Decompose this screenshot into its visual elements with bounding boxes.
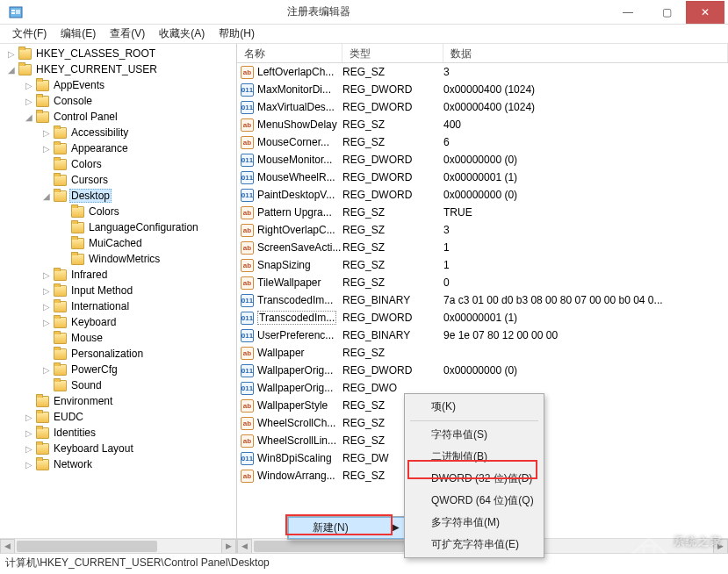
expand-icon[interactable]: ▷ <box>40 128 53 138</box>
tree-item[interactable]: Colors <box>87 205 121 218</box>
tree-item[interactable]: Appearance <box>69 142 130 154</box>
menu-favorites[interactable]: 收藏夹(A) <box>152 25 212 43</box>
table-row[interactable]: abPattern Upgra...REG_SZTRUE <box>237 204 728 221</box>
reg-bin-icon: 011 <box>241 83 254 97</box>
table-row[interactable]: abMouseCorner...REG_SZ6 <box>237 133 728 151</box>
menu-file[interactable]: 文件(F) <box>5 25 54 43</box>
tree-pane[interactable]: ▷HKEY_CLASSES_ROOT ◢HKEY_CURRENT_USER ▷A… <box>0 44 237 553</box>
column-type[interactable]: 类型 <box>342 44 443 62</box>
menu-item-expandstring[interactable]: 可扩充字符串值(E) <box>407 534 542 556</box>
table-row[interactable]: abSnapSizingREG_SZ1 <box>237 256 728 274</box>
table-row[interactable]: abWallpaperREG_SZ <box>237 344 728 362</box>
column-name[interactable]: 名称 <box>237 44 342 62</box>
expand-icon[interactable]: ▷ <box>23 460 35 470</box>
table-row[interactable]: 011WallpaperOrig...REG_DWORD0x00000000 (… <box>237 362 728 379</box>
expand-icon[interactable]: ▷ <box>23 413 35 422</box>
reg-sz-icon: ab <box>241 259 254 272</box>
table-row[interactable]: abScreenSaveActi...REG_SZ1 <box>237 239 728 256</box>
window-title: 注册表编辑器 <box>28 4 609 19</box>
tree-item[interactable]: Colors <box>69 158 104 170</box>
menu-item-new[interactable]: 新建(N)▶ <box>288 517 406 539</box>
tree-item[interactable]: Sound <box>69 379 104 391</box>
maximize-button[interactable]: ▢ <box>647 1 686 24</box>
tree-item[interactable]: AppEvents <box>52 79 106 91</box>
tree-item[interactable]: Accessibility <box>69 126 130 139</box>
collapse-icon[interactable]: ◢ <box>5 65 18 75</box>
tree-item[interactable]: International <box>69 300 131 312</box>
table-row[interactable]: 011UserPreferenc...REG_BINARY9e 1e 07 80… <box>237 326 728 344</box>
scroll-right-icon[interactable]: ▶ <box>221 539 236 554</box>
tree-item[interactable]: EUDC <box>52 411 85 423</box>
collapse-icon[interactable]: ◢ <box>23 112 35 122</box>
tree-item[interactable]: Mouse <box>69 332 105 344</box>
menu-item-string[interactable]: 字符串值(S) <box>407 424 542 446</box>
expand-icon[interactable]: ▷ <box>40 318 53 327</box>
menu-item-binary[interactable]: 二进制值(B) <box>407 446 542 468</box>
tree-item[interactable]: Console <box>52 95 94 107</box>
table-row[interactable]: abLeftOverlapCh...REG_SZ3 <box>237 63 728 81</box>
reg-sz-icon: ab <box>241 118 254 132</box>
collapse-icon[interactable]: ◢ <box>40 191 53 201</box>
expand-icon[interactable]: ▷ <box>40 144 53 154</box>
expand-icon[interactable]: ▷ <box>23 444 35 454</box>
context-menu-new[interactable]: 新建(N)▶ <box>287 516 407 540</box>
menu-view[interactable]: 查看(V) <box>103 25 152 43</box>
tree-item-desktop[interactable]: Desktop <box>69 189 112 203</box>
tree-item[interactable]: Network <box>52 458 94 470</box>
tree-item[interactable]: LanguageConfiguration <box>87 221 200 233</box>
menu-item-key[interactable]: 项(K) <box>407 396 542 418</box>
context-submenu-new[interactable]: 项(K) 字符串值(S) 二进制值(B) DWORD (32 位)值(D) QW… <box>404 393 544 558</box>
close-button[interactable]: ✕ <box>686 1 724 24</box>
minimize-button[interactable]: — <box>609 1 647 24</box>
value-type: REG_DWORD <box>342 312 443 324</box>
value-name: WindowArrang... <box>257 470 335 482</box>
expand-icon[interactable]: ▷ <box>40 302 53 312</box>
tree-item[interactable]: Infrared <box>69 269 109 281</box>
scroll-left-icon[interactable]: ◀ <box>0 539 15 554</box>
expand-icon[interactable]: ▷ <box>23 428 35 438</box>
expand-icon[interactable]: ▷ <box>23 97 35 106</box>
tree-hkcr[interactable]: HKEY_CLASSES_ROOT <box>34 47 157 60</box>
scroll-right-icon[interactable]: ▶ <box>713 539 728 554</box>
tree-item[interactable]: Control Panel <box>52 111 119 123</box>
table-row[interactable]: 011MaxMonitorDi...REG_DWORD0x00000400 (1… <box>237 81 728 98</box>
column-data[interactable]: 数据 <box>443 44 728 62</box>
table-row[interactable]: 011MaxVirtualDes...REG_DWORD0x00000400 (… <box>237 98 728 116</box>
tree-item[interactable]: WindowMetrics <box>87 253 162 265</box>
tree-item[interactable]: Cursors <box>69 174 110 186</box>
tree-item[interactable]: MuiCached <box>87 237 144 249</box>
reg-sz-icon: ab <box>241 417 254 430</box>
tree-hscrollbar[interactable]: ◀ ▶ <box>0 538 236 553</box>
tree-item[interactable]: PowerCfg <box>69 363 119 376</box>
table-row[interactable]: abMenuShowDelayREG_SZ400 <box>237 116 728 133</box>
expand-icon[interactable]: ▷ <box>40 286 53 296</box>
menu-edit[interactable]: 编辑(E) <box>54 25 103 43</box>
folder-icon <box>54 317 67 328</box>
table-row[interactable]: 011TranscodedIm...REG_DWORD0x00000001 (1… <box>237 309 728 326</box>
expand-icon[interactable]: ▷ <box>23 81 35 90</box>
table-row[interactable]: abRightOverlapC...REG_SZ3 <box>237 221 728 239</box>
tree-item[interactable]: Keyboard Layout <box>52 442 135 455</box>
tree-item[interactable]: Identities <box>52 427 97 439</box>
tree-item[interactable]: Keyboard <box>69 316 118 328</box>
menu-help[interactable]: 帮助(H) <box>212 25 262 43</box>
tree-item[interactable]: Input Method <box>69 284 134 297</box>
table-row[interactable]: 011PaintDesktopV...REG_DWORD0x00000000 (… <box>237 186 728 204</box>
table-row[interactable]: abTileWallpaperREG_SZ0 <box>237 274 728 291</box>
value-name: TileWallpaper <box>257 276 321 289</box>
menu-item-dword[interactable]: DWORD (32 位)值(D) <box>407 468 542 490</box>
tree-item[interactable]: Environment <box>52 395 114 407</box>
tree-hkcu[interactable]: HKEY_CURRENT_USER <box>34 63 159 75</box>
expand-icon[interactable]: ▷ <box>40 270 53 280</box>
value-data: 1 <box>443 241 728 254</box>
titlebar: 注册表编辑器 — ▢ ✕ <box>0 0 728 25</box>
menu-item-multistring[interactable]: 多字符串值(M) <box>407 512 542 534</box>
table-row[interactable]: 011MouseMonitor...REG_DWORD0x00000000 (0… <box>237 151 728 169</box>
menu-item-qword[interactable]: QWORD (64 位)值(Q) <box>407 490 542 512</box>
tree-item[interactable]: Personalization <box>69 348 145 360</box>
expand-icon[interactable]: ▷ <box>5 49 18 59</box>
expand-icon[interactable]: ▷ <box>40 365 53 375</box>
scroll-left-icon[interactable]: ◀ <box>237 539 252 554</box>
table-row[interactable]: 011TranscodedIm...REG_BINARY7a c3 01 00 … <box>237 291 728 309</box>
table-row[interactable]: 011MouseWheelR...REG_DWORD0x00000001 (1) <box>237 169 728 186</box>
